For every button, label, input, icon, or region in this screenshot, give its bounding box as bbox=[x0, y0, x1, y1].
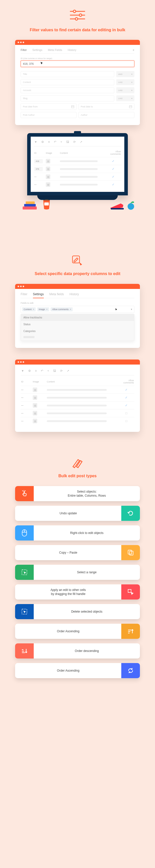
tab-filter[interactable]: Filter bbox=[21, 292, 28, 296]
list-icon[interactable]: ≡ bbox=[48, 140, 50, 144]
filter-icon[interactable]: ▼ bbox=[34, 140, 37, 144]
table-row[interactable]: —▦□ bbox=[21, 409, 134, 417]
feature-text: Undo update bbox=[15, 511, 121, 515]
image-thumb-icon: ▦ bbox=[46, 167, 50, 171]
calendar-icon bbox=[71, 105, 74, 108]
table-row[interactable]: —▦✓ bbox=[21, 386, 134, 394]
settings-browser: Filter Settings Meta fields History Fiel… bbox=[15, 284, 140, 348]
svg-point-5 bbox=[75, 18, 78, 20]
filter-slug[interactable]: Slug bbox=[21, 95, 114, 101]
save-icon[interactable]: 🖫 bbox=[66, 140, 69, 144]
plus-icon[interactable]: + bbox=[61, 140, 62, 144]
tab-meta[interactable]: Meta fields bbox=[49, 292, 64, 296]
feature-row: Apply an edit to other cellsby dragging … bbox=[15, 584, 140, 599]
svg-rect-15 bbox=[111, 208, 124, 210]
th-allow: Allow comments bbox=[106, 151, 121, 156]
filter-title[interactable]: Title bbox=[21, 71, 114, 77]
table-row[interactable]: 376▦✓ bbox=[34, 165, 121, 173]
filter-content[interactable]: Content bbox=[21, 79, 114, 85]
result-browser: ▼ ⚙ ≡ ↶ + 🖫 ⟳ ↗ ID Image Content Allow c… bbox=[15, 360, 140, 432]
table-row[interactable]: —▦□ bbox=[21, 417, 134, 425]
image-thumb-icon: ▦ bbox=[46, 182, 50, 187]
dd-status[interactable]: Status bbox=[21, 321, 134, 328]
tab-settings[interactable]: Settings bbox=[32, 49, 42, 52]
refresh-icon bbox=[121, 663, 140, 678]
monitor: ▼ ⚙ ≡ ↶ + 🖫 ⟳ ↗ ID Image Content Allow c… bbox=[27, 133, 128, 210]
image-thumb-icon: ▦ bbox=[46, 159, 50, 163]
open-icon[interactable]: ↗ bbox=[67, 369, 69, 373]
id-input[interactable] bbox=[21, 61, 134, 67]
close-icon[interactable]: × bbox=[132, 49, 134, 52]
chevron-down-icon[interactable]: ▾ bbox=[131, 308, 132, 311]
check-icon: ✓ bbox=[106, 159, 121, 163]
tab-history[interactable]: History bbox=[70, 292, 79, 296]
fields-dropdown[interactable]: Allow trackbacks Status Categories bbox=[21, 314, 134, 341]
table-row[interactable]: —▦✓ bbox=[21, 394, 134, 401]
th-image: Image bbox=[46, 152, 59, 154]
image-thumb-icon: ▦ bbox=[33, 419, 37, 423]
undo-icon[interactable]: ↶ bbox=[41, 369, 43, 373]
th-id: ID bbox=[34, 152, 44, 154]
tab-filter[interactable]: Filter bbox=[21, 49, 27, 52]
calendar-icon bbox=[129, 105, 132, 108]
feature-row: Copy – Paste bbox=[15, 545, 140, 560]
uncheck-icon: □ bbox=[119, 411, 134, 415]
feature-row: Order Ascending bbox=[15, 663, 140, 678]
filter-date-from[interactable]: Post date from bbox=[21, 103, 77, 110]
tab-history[interactable]: History bbox=[68, 49, 76, 52]
open-icon[interactable]: ↗ bbox=[80, 140, 82, 144]
th-id: ID bbox=[21, 380, 31, 383]
cursor-icon bbox=[40, 62, 44, 65]
filter-account[interactable]: Account bbox=[21, 87, 114, 93]
sliders-icon bbox=[15, 7, 140, 23]
tab-settings[interactable]: Settings bbox=[33, 292, 44, 298]
filter-icon[interactable]: ▼ bbox=[21, 369, 24, 373]
undo-icon[interactable]: ↶ bbox=[54, 140, 56, 144]
feature-text: Delete selected objects bbox=[34, 610, 140, 614]
dd-allow-trackbacks[interactable]: Allow trackbacks bbox=[21, 314, 134, 321]
filter-author-val[interactable]: Author bbox=[78, 112, 134, 118]
feature-text: Select objects:Entire table, Columns, Ro… bbox=[34, 490, 140, 498]
save-icon[interactable]: 🖫 bbox=[53, 369, 56, 373]
table-row[interactable]: —▦✓ bbox=[34, 173, 121, 181]
refresh-icon[interactable]: ⟳ bbox=[60, 369, 63, 373]
tap-icon bbox=[15, 486, 34, 501]
select-icon bbox=[15, 565, 34, 580]
table-row[interactable]: —▦✓ bbox=[34, 181, 121, 188]
feature-row: Order descending bbox=[15, 643, 140, 658]
sel-like[interactable]: LIKE▾ bbox=[116, 79, 134, 85]
section1-title: Filter values to find certain data for e… bbox=[15, 27, 140, 33]
sel-and[interactable]: AND▾ bbox=[116, 71, 134, 77]
svg-rect-25 bbox=[128, 589, 131, 592]
edit-column-icon bbox=[15, 255, 140, 267]
edit-tools-icon bbox=[15, 457, 140, 469]
check-icon: ✓ bbox=[106, 167, 121, 171]
svg-rect-6 bbox=[72, 105, 74, 108]
fields-label: Fields to edit bbox=[21, 302, 134, 304]
browser-bar bbox=[15, 40, 140, 45]
webcam-icon bbox=[74, 131, 81, 134]
sort-desc-icon bbox=[15, 643, 34, 658]
feature-text: Order Ascending bbox=[15, 629, 121, 633]
table-row[interactable]: 418▦✓ bbox=[34, 157, 121, 165]
feature-text: Order Ascending bbox=[15, 669, 121, 673]
books-icon bbox=[23, 201, 41, 210]
list-icon[interactable]: ≡ bbox=[35, 369, 37, 373]
plus-icon[interactable]: + bbox=[47, 369, 49, 373]
tab-meta[interactable]: Meta Fields bbox=[48, 49, 62, 52]
gear-icon[interactable]: ⚙ bbox=[28, 369, 31, 373]
refresh-icon[interactable]: ⟳ bbox=[73, 140, 76, 144]
dd-categories[interactable]: Categories bbox=[21, 328, 134, 335]
svg-point-16 bbox=[127, 203, 134, 210]
chip-image: Image× bbox=[37, 307, 49, 311]
gear-icon[interactable]: ⚙ bbox=[41, 140, 44, 144]
svg-rect-12 bbox=[26, 202, 35, 204]
table-row[interactable]: —▦✓ bbox=[21, 401, 134, 409]
filter-author[interactable]: Post Author bbox=[21, 112, 77, 118]
feature-row: Undo update bbox=[15, 506, 140, 521]
feature-row: Select objects:Entire table, Columns, Ro… bbox=[15, 486, 140, 501]
filter-browser: Filter Settings Meta Fields History × ID… bbox=[15, 40, 140, 125]
monitor-toolbar: ▼ ⚙ ≡ ↶ + 🖫 ⟳ ↗ bbox=[34, 139, 121, 147]
filter-date-to[interactable]: Post date to bbox=[78, 103, 134, 110]
fields-chips[interactable]: Content× Image× Allow comments× ▾ bbox=[21, 306, 134, 313]
